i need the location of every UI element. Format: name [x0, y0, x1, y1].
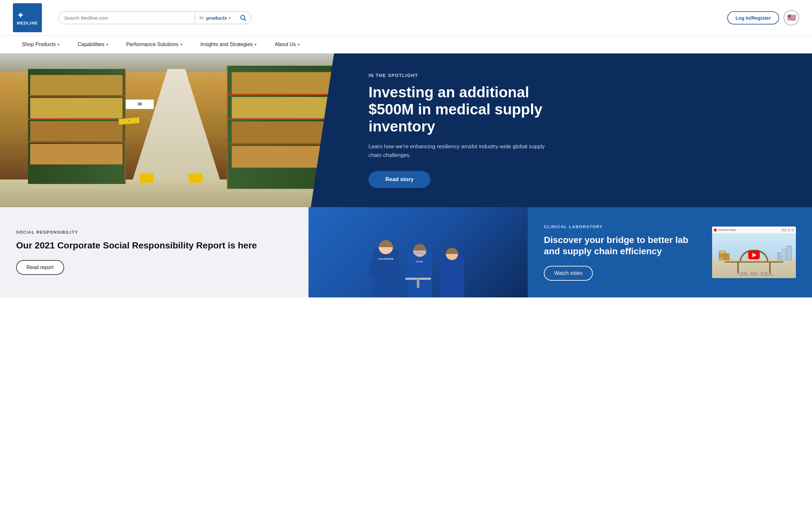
nav-chevron-icon-0: ▾	[58, 42, 60, 47]
watch-video-button[interactable]: Watch video	[544, 266, 593, 281]
search-icon	[240, 14, 247, 21]
nav-item-capabilities[interactable]: Capabilities ▾	[69, 36, 117, 53]
svg-line-1	[244, 19, 246, 21]
youtube-icon	[714, 229, 717, 231]
logo[interactable]: ✦ MEDLINE	[13, 3, 42, 32]
hero-banner: 36 ⚠ IN THE SPOTLIGHT Investing an addit…	[0, 54, 812, 207]
hero-title: Investing an additional $500M in medical…	[368, 84, 568, 135]
social-responsibility-title: Our 2021 Corporate Social Responsibility…	[16, 240, 293, 251]
youtube-player-label: YouTube Player	[718, 229, 736, 231]
hero-description: Learn how we're enhancing resiliency ami…	[368, 142, 549, 160]
nav-item-performance-solutions[interactable]: Performance Solutions ▾	[117, 36, 192, 53]
volunteer-image-card: VOLUNTEER VOLUN...	[308, 207, 528, 297]
nav-label-insights-strategies: Insights and Strategies	[200, 41, 253, 47]
login-register-button[interactable]: Log In/Register	[727, 11, 779, 24]
nav-label-shop-products: Shop Products	[22, 41, 56, 47]
search-input[interactable]	[58, 12, 195, 24]
search-area: in: products ▾	[58, 11, 251, 24]
chevron-down-icon: ▾	[229, 16, 230, 20]
nav-label-capabilities: Capabilities	[78, 41, 104, 47]
main-nav: Shop Products ▾ Capabilities ▾ Performan…	[0, 36, 812, 54]
nav-item-insights-strategies[interactable]: Insights and Strategies ▾	[192, 36, 266, 53]
nav-item-about-us[interactable]: About Us ▾	[266, 36, 309, 53]
cards-section: SOCIAL RESPONSIBILITY Our 2021 Corporate…	[0, 207, 812, 297]
spotlight-label: IN THE SPOTLIGHT	[368, 73, 790, 78]
search-category-dropdown[interactable]: in: products ▾	[195, 15, 235, 21]
nav-label-about-us: About Us	[275, 41, 296, 47]
play-button-icon	[748, 251, 760, 259]
nav-chevron-icon-1: ▾	[106, 42, 108, 47]
clinical-lab-title: Discover your bridge to better lab and s…	[544, 234, 702, 257]
country-selector-button[interactable]: 🇺🇸	[784, 10, 799, 25]
header-actions: Log In/Register 🇺🇸	[727, 10, 799, 25]
social-responsibility-card: SOCIAL RESPONSIBILITY Our 2021 Corporate…	[0, 207, 308, 297]
read-report-button[interactable]: Read report	[16, 260, 64, 275]
social-responsibility-category: SOCIAL RESPONSIBILITY	[16, 230, 293, 235]
site-header: ✦ MEDLINE in: products ▾ Log In/Register	[0, 0, 812, 36]
clinical-lab-text: CLINICAL LABORATORY Discover your bridge…	[544, 224, 702, 281]
logo-star-icon: ✦	[17, 10, 38, 21]
us-flag-icon: 🇺🇸	[787, 14, 796, 22]
search-category-value: products	[206, 15, 227, 21]
clinical-lab-category: CLINICAL LABORATORY	[544, 224, 702, 229]
nav-chevron-icon-3: ▾	[255, 42, 257, 47]
clinical-laboratory-card: CLINICAL LABORATORY Discover your bridge…	[528, 207, 812, 297]
video-thumbnail[interactable]: YouTube Player	[712, 227, 796, 278]
nav-chevron-icon-4: ▾	[298, 42, 300, 47]
read-story-button[interactable]: Read story	[368, 171, 430, 188]
hero-content: IN THE SPOTLIGHT Investing an additional…	[349, 54, 812, 207]
in-label: in:	[199, 15, 205, 20]
hero-warehouse-image: 36 ⚠	[0, 54, 349, 207]
nav-item-shop-products[interactable]: Shop Products ▾	[13, 36, 69, 53]
logo-text: MEDLINE	[17, 21, 38, 26]
search-button[interactable]	[235, 12, 251, 24]
svg-point-0	[241, 16, 245, 20]
nav-chevron-icon-2: ▾	[180, 42, 182, 47]
nav-label-performance-solutions: Performance Solutions	[126, 41, 179, 47]
